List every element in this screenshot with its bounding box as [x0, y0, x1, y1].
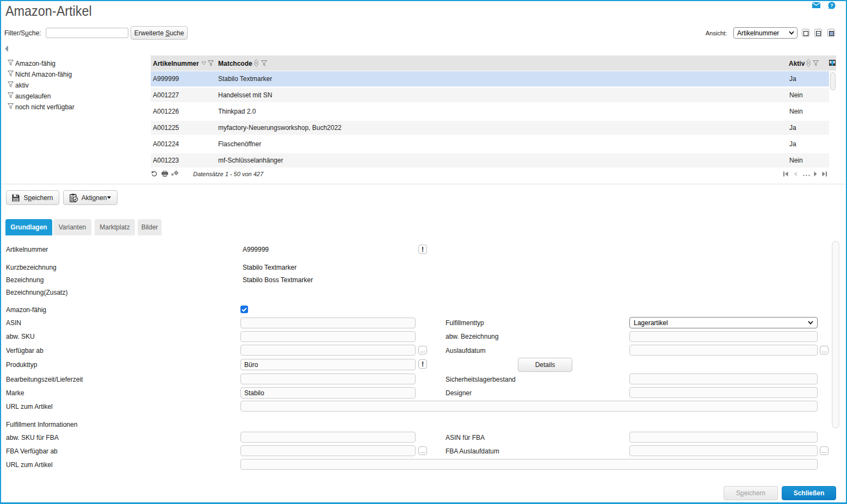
svg-text:?: ? [830, 2, 833, 8]
